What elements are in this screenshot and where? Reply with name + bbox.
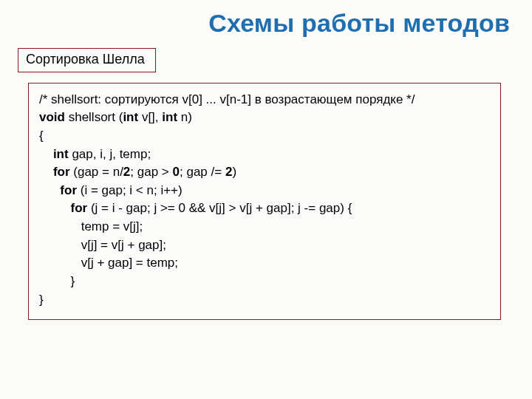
code-line: int gap, i, j, temp; xyxy=(39,146,490,164)
code-line: } xyxy=(39,273,490,291)
code-line: for (j = i - gap; j >= 0 && v[j] > v[j +… xyxy=(39,200,490,218)
code-line: /* shellsort: сортируются v[0] ... v[n-1… xyxy=(39,91,490,109)
code-line: temp = v[j]; xyxy=(39,218,490,236)
code-line: void shellsort (int v[], int n) xyxy=(39,109,490,127)
code-line: for (gap = n/2; gap > 0; gap /= 2) xyxy=(39,163,490,182)
code-box: /* shellsort: сортируются v[0] ... v[n-1… xyxy=(28,83,501,321)
section-label-box: Сортировка Шелла xyxy=(18,48,156,72)
code-line: { xyxy=(39,127,490,146)
code-line: v[j] = v[j + gap]; xyxy=(39,236,490,255)
code-line: for (i = gap; i < n; i++) xyxy=(39,182,490,200)
code-line: } xyxy=(39,291,490,310)
code-line: v[j + gap] = temp; xyxy=(39,254,490,273)
section-label: Сортировка Шелла xyxy=(26,52,145,66)
slide: Схемы работы методов Сортировка Шелла /*… xyxy=(0,0,532,399)
slide-title: Схемы работы методов xyxy=(18,9,510,38)
